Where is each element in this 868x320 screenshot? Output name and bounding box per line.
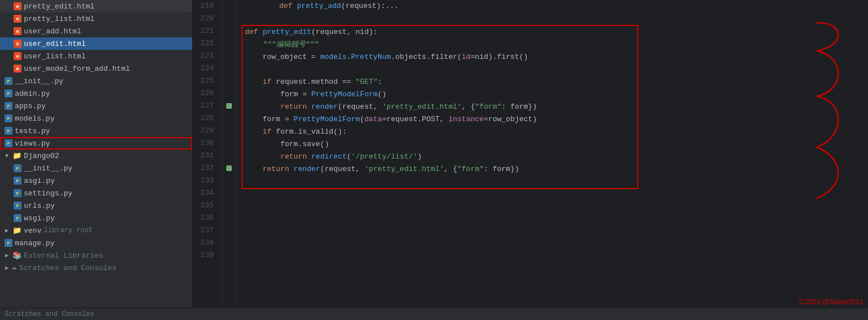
py-file-icon: P (14, 214, 22, 222)
code-line-236 (242, 214, 800, 227)
sidebar-item-label: venv (24, 227, 41, 235)
py-file-icon: P (14, 189, 22, 197)
sidebar-item-label: views.py (15, 139, 50, 148)
sidebar-item-label: tests.py (15, 127, 50, 135)
sidebar-item-pretty-list-html[interactable]: H pretty_list.html (0, 12, 192, 25)
folder-icon: 📁 (12, 226, 22, 235)
sidebar-item-label: manage.py (15, 239, 54, 248)
sidebar-item-label: Scratches and Consoles (19, 264, 117, 272)
sidebar-item-pretty-edit-html[interactable]: H pretty_edit.html (0, 0, 192, 12)
csdn-watermark: CSDN @Stara0511 (799, 297, 863, 306)
sidebar-item-label: urls.py (24, 202, 55, 210)
editor-area: 210 220 221 222 223 224 225 226 227 228 … (193, 0, 868, 320)
line-num-233: 233 (193, 174, 217, 187)
py-file-icon: P (5, 239, 12, 247)
line-num-223: 223 (193, 50, 217, 62)
sidebar-item-init-py[interactable]: P __init__.py (0, 75, 192, 87)
sidebar-item-label: wsgi.py (24, 214, 55, 223)
py-file-icon: P (5, 139, 12, 147)
line-num-234: 234 (193, 187, 217, 199)
code-line-228: form = PrettyModelForm(data=request.POST… (243, 113, 637, 126)
py-file-icon: P (14, 202, 22, 210)
sidebar-item-label: __init__.py (24, 164, 73, 173)
sidebar-item-label: admin.py (15, 89, 50, 98)
sidebar-item-wsgi-py[interactable]: P wsgi.py (0, 212, 192, 224)
code-line-233 (243, 176, 637, 188)
code-line-224 (243, 63, 637, 76)
line-num-228: 228 (193, 112, 217, 125)
sidebar-item-user-model-form-add-html[interactable]: H user_model_form_add.html (0, 62, 192, 75)
sidebar-item-label: pretty_edit.html (24, 2, 95, 11)
line-num-232: 232 (193, 162, 217, 174)
sidebar-item-settings-py[interactable]: P settings.py (0, 187, 192, 199)
sidebar-item-label: External Libraries (24, 251, 103, 260)
code-line-222: """编辑靓号""" (243, 39, 637, 51)
line-num-235: 235 (193, 199, 217, 212)
sidebar-scratches-consoles[interactable]: ▶ ✏️ Scratches and Consoles (0, 262, 192, 274)
line-num-231: 231 (193, 150, 217, 162)
line-num-222: 222 (193, 37, 217, 50)
sidebar-item-label: user_add.html (24, 27, 81, 36)
sidebar-item-label: Django02 (24, 152, 59, 160)
sidebar-item-label: settings.py (24, 189, 73, 198)
sidebar-item-manage-py[interactable]: P manage.py (0, 237, 192, 249)
sidebar-item-admin-py[interactable]: P admin.py (0, 87, 192, 100)
line-num-221: 221 (193, 25, 217, 37)
sidebar-item-apps-py[interactable]: P apps.py (0, 100, 192, 112)
code-line-231: return redirect('/pretty/list/') (243, 151, 637, 163)
sidebar-item-tests-py[interactable]: P tests.py (0, 125, 192, 137)
folder-icon: 📁 (12, 151, 22, 160)
sidebar-item-init2-py[interactable]: P __init__.py (0, 162, 192, 174)
py-file-icon: P (5, 89, 12, 97)
line-num-239: 239 (193, 249, 217, 262)
sidebar-item-sublabel: library root (44, 227, 92, 234)
code-line-221: def pretty_edit(request, nid): (243, 26, 637, 39)
sidebar-item-user-edit-html[interactable]: H user_edit.html (0, 37, 192, 50)
sidebar-folder-venv[interactable]: ▶ 📁 venv library root (0, 224, 192, 237)
expand-icon: ▶ (2, 251, 11, 260)
line-num-226: 226 (193, 87, 217, 100)
html-file-icon: H (14, 27, 22, 35)
py-file-icon: P (5, 102, 12, 110)
py-file-icon: P (5, 77, 12, 85)
sidebar-item-views-py[interactable]: P views.py (0, 137, 192, 150)
sidebar-item-label: user_model_form_add.html (24, 65, 130, 73)
scratches-icon: ✏️ (12, 263, 17, 272)
code-line-226: form = PrettyModelForm() (243, 88, 637, 101)
html-file-icon: H (14, 52, 22, 60)
code-line-238 (242, 239, 800, 251)
annotation-area (800, 0, 868, 320)
code-line-223: row_object = models.PrettyNum.objects.fi… (243, 51, 637, 63)
bottom-bar: Scratches and Consoles (0, 308, 868, 320)
line-num-210: 210 (193, 0, 217, 12)
code-line-227: return render(request, 'pretty_edit.html… (243, 101, 637, 113)
collapse-icon: ▼ (2, 151, 11, 160)
html-file-icon: H (14, 65, 22, 72)
code-line-239 (242, 251, 800, 264)
external-lib-icon: 📚 (12, 251, 22, 260)
sidebar-item-user-list-html[interactable]: H user_list.html (0, 50, 192, 62)
sidebar-item-models-py[interactable]: P models.py (0, 112, 192, 125)
py-file-icon: P (5, 114, 12, 122)
sidebar-item-user-add-html[interactable]: H user_add.html (0, 25, 192, 37)
py-file-icon: P (14, 164, 22, 172)
gutter (222, 0, 236, 320)
expand-icon: ▶ (2, 226, 11, 235)
line-num-224: 224 (193, 62, 217, 75)
file-tree[interactable]: H pretty_edit.html H pretty_list.html H … (0, 0, 193, 320)
code-line-210: def pretty_add(request):... (242, 0, 800, 12)
bookmark-icon-227 (226, 103, 232, 109)
code-editor[interactable]: def pretty_add(request):... def pretty_e… (236, 0, 800, 320)
line-num-227: 227 (193, 100, 217, 112)
code-line-225: if request.method == "GET": (243, 76, 637, 88)
line-num-236: 236 (193, 212, 217, 224)
code-line-229: if form.is_valid(): (243, 126, 637, 138)
sidebar-folder-django02[interactable]: ▼ 📁 Django02 (0, 150, 192, 162)
sidebar-external-libraries[interactable]: ▶ 📚 External Libraries (0, 249, 192, 262)
line-num-229: 229 (193, 125, 217, 137)
sidebar-item-label: user_list.html (24, 52, 86, 61)
sidebar-item-asgi-py[interactable]: P asgi.py (0, 174, 192, 187)
sidebar-item-urls-py[interactable]: P urls.py (0, 199, 192, 212)
bottom-left-text: Scratches and Consoles (5, 310, 94, 318)
expand-icon: ▶ (2, 263, 11, 272)
